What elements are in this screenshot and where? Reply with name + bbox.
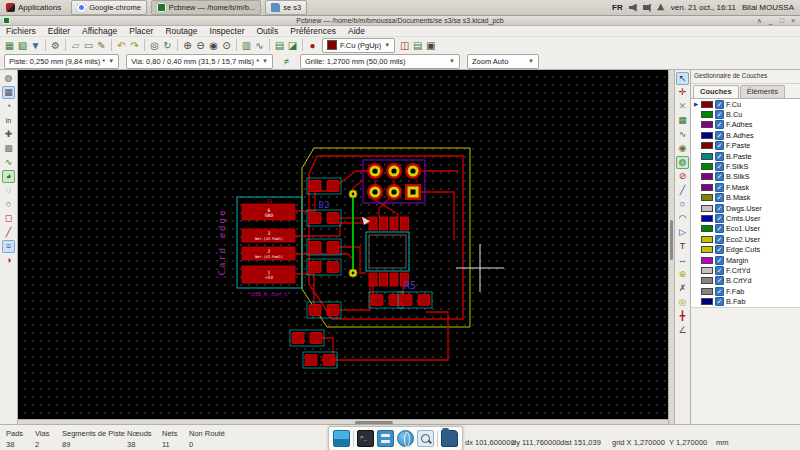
tab-couches[interactable]: Couches	[693, 85, 739, 98]
track-width-icon[interactable]: ≠	[280, 55, 293, 68]
layers-stack-icon[interactable]: ≡	[2, 240, 15, 253]
layer-color-swatch[interactable]	[701, 194, 713, 201]
layer-color-swatch[interactable]	[701, 205, 713, 212]
volume-icon[interactable]	[629, 4, 637, 12]
zoom-selection-icon[interactable]: ⊙	[220, 39, 233, 52]
swap-layers-icon[interactable]: ◫	[398, 39, 411, 52]
layer-color-swatch[interactable]	[701, 173, 713, 180]
layer-visibility-checkbox[interactable]: ✓	[715, 152, 724, 161]
layer-visibility-checkbox[interactable]: ✓	[715, 183, 724, 192]
menu-aide[interactable]: Aide	[342, 26, 371, 36]
layer-color-swatch[interactable]	[701, 184, 713, 191]
layer-row-b.mask[interactable]: ✓B.Mask	[691, 193, 800, 203]
local-ratsnest-icon[interactable]: ✕	[676, 100, 689, 113]
layer-visibility-checkbox[interactable]: ✓	[715, 297, 724, 306]
taskbar-button[interactable]: se s3	[265, 0, 307, 15]
layer-color-swatch[interactable]	[701, 132, 713, 139]
menu-routage[interactable]: Routage	[159, 26, 203, 36]
minimize-window-icon[interactable]: _	[769, 17, 773, 24]
layer-visibility-checkbox[interactable]: ✓	[715, 256, 724, 265]
notifications-bell-icon[interactable]	[657, 4, 665, 12]
menu-fichiers[interactable]: Fichiers	[0, 26, 42, 36]
menu-outils[interactable]: Outils	[250, 26, 284, 36]
layer-color-swatch[interactable]	[701, 236, 713, 243]
layer-row-f.fab[interactable]: ✓F.Fab	[691, 286, 800, 296]
zoom-out-icon[interactable]: ⊖	[194, 39, 207, 52]
redo-icon[interactable]: ↷	[128, 39, 141, 52]
menu-placer[interactable]: Placer	[123, 26, 159, 36]
layer-row-b.crtyd[interactable]: ✓B.CrtYd	[691, 276, 800, 286]
battery-icon[interactable]	[643, 4, 651, 12]
layer-color-swatch[interactable]	[701, 121, 713, 128]
grid-toggle-icon[interactable]: ▦	[2, 86, 15, 99]
taskbar-button[interactable]: Google-chrome	[71, 0, 147, 15]
layer-color-swatch[interactable]	[701, 215, 713, 222]
layer-visibility-checkbox[interactable]: ✓	[715, 131, 724, 140]
refresh-icon[interactable]: ↻	[161, 39, 174, 52]
track-width-select[interactable]: Piste: 0,250 mm (9,84 mils) * ▼	[4, 54, 119, 69]
route-mode-icon[interactable]: ∿	[253, 39, 266, 52]
undo-icon[interactable]: ↶	[115, 39, 128, 52]
layer-color-swatch[interactable]	[701, 277, 713, 284]
app-window-icon[interactable]	[333, 430, 350, 447]
terminal-icon[interactable]	[357, 430, 374, 447]
plot-icon[interactable]: ✎	[95, 39, 108, 52]
layer-row-f.mask[interactable]: ✓F.Mask	[691, 182, 800, 192]
layer-row-f.paste[interactable]: ✓F.Paste	[691, 141, 800, 151]
layer-row-b.cu[interactable]: ✓B.Cu	[691, 109, 800, 119]
find-icon[interactable]: ◎	[148, 39, 161, 52]
measure-icon[interactable]: ∠	[676, 324, 689, 337]
drc-toggle-icon[interactable]: ◍	[2, 72, 15, 85]
keyboard-layout-indicator[interactable]: FR	[612, 3, 623, 12]
layer-visibility-checkbox[interactable]: ✓	[715, 100, 724, 109]
layer-color-swatch[interactable]	[701, 246, 713, 253]
layer-row-b.paste[interactable]: ✓B.Paste	[691, 151, 800, 161]
add-dimension-icon[interactable]: ↔	[676, 254, 689, 267]
layer-visibility-checkbox[interactable]: ✓	[715, 276, 724, 285]
layer-row-eco1.user[interactable]: ✓Eco1.User	[691, 224, 800, 234]
menu-inspecter[interactable]: Inspecter	[204, 26, 251, 36]
layer-row-f.silks[interactable]: ✓F.SilkS	[691, 161, 800, 171]
new-board-icon[interactable]: ▦	[3, 39, 16, 52]
layer-row-dwgs.user[interactable]: ✓Dwgs.User	[691, 203, 800, 213]
maximize-window-icon[interactable]: □	[780, 17, 784, 24]
page-settings-icon[interactable]: ▱	[69, 39, 82, 52]
file-manager-icon[interactable]	[441, 430, 458, 447]
tab-éléments[interactable]: Éléments	[740, 85, 785, 98]
menu-editer[interactable]: Editer	[42, 26, 76, 36]
layer-visibility-checkbox[interactable]: ✓	[715, 141, 724, 150]
layer-visibility-checkbox[interactable]: ✓	[715, 193, 724, 202]
layer-row-f.cu[interactable]: ▶✓F.Cu	[691, 99, 800, 109]
layer-row-cmts.user[interactable]: ✓Cmts.User	[691, 213, 800, 223]
shade-window-icon[interactable]: ∧	[757, 17, 762, 24]
print-icon[interactable]: ▭	[82, 39, 95, 52]
applications-menu-button[interactable]: Applications	[0, 0, 67, 15]
layer-color-swatch[interactable]	[701, 153, 713, 160]
zoom-in-icon[interactable]: ⊕	[181, 39, 194, 52]
layer-row-margin[interactable]: ✓Margin	[691, 255, 800, 265]
ratsnest-icon[interactable]: ▩	[2, 142, 15, 155]
layer-visibility-checkbox[interactable]: ✓	[715, 120, 724, 129]
zoom-fit-icon[interactable]: ◉	[207, 39, 220, 52]
add-text-icon[interactable]: T	[676, 240, 689, 253]
add-keepout-icon[interactable]: ⊘	[676, 170, 689, 183]
add-circle-icon[interactable]: ○	[676, 198, 689, 211]
cursor-shape-icon[interactable]: ✚	[2, 128, 15, 141]
footprint-mode-icon[interactable]: ▥	[240, 39, 253, 52]
zoom-select[interactable]: Zoom Auto ▼	[467, 54, 539, 69]
open-board-icon[interactable]: ▧	[16, 39, 29, 52]
layer-color-swatch[interactable]	[701, 101, 713, 108]
layer-visibility-checkbox[interactable]: ✓	[715, 172, 724, 181]
pad-sketch-icon[interactable]: ◻	[2, 212, 15, 225]
layer-color-swatch[interactable]	[701, 225, 713, 232]
layer-visibility-checkbox[interactable]: ✓	[715, 224, 724, 233]
route-track-icon[interactable]: ∿	[676, 128, 689, 141]
board-setup-icon[interactable]: ⚙	[49, 39, 62, 52]
zone-filled-icon[interactable]: ◕	[2, 170, 15, 183]
layer-visibility-checkbox[interactable]: ✓	[715, 214, 724, 223]
file-cabinet-icon[interactable]	[377, 430, 394, 447]
search-icon[interactable]	[417, 430, 434, 447]
taskbar-button[interactable]: Pcbnew — /home/b/m/b...	[151, 0, 261, 15]
layer-visibility-checkbox[interactable]: ✓	[715, 245, 724, 254]
add-via-icon[interactable]: ◉	[676, 142, 689, 155]
